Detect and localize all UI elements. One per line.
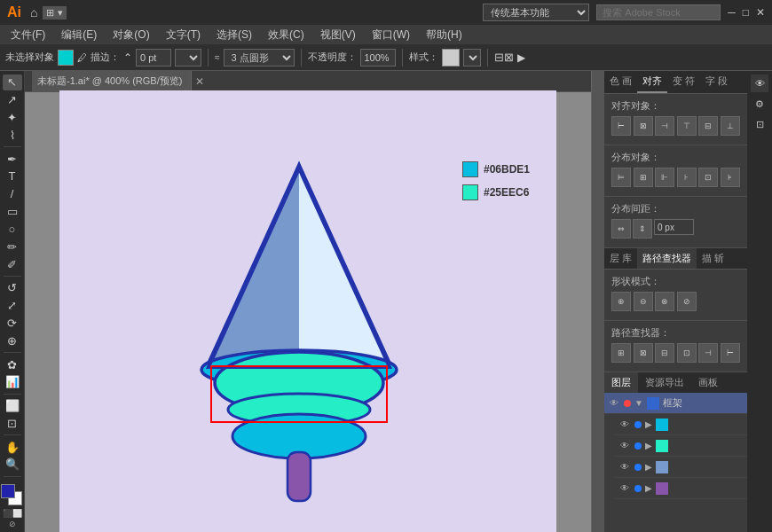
menu-file[interactable]: 文件(F): [4, 26, 52, 44]
line-tool[interactable]: /: [3, 186, 22, 202]
layer-vis-2[interactable]: 👁: [618, 419, 631, 431]
tab-stroke[interactable]: 描 斩: [697, 248, 729, 269]
arrow-right-icon[interactable]: ▶: [517, 51, 525, 64]
panel-icon-2[interactable]: ⚙: [751, 95, 768, 113]
close-btn[interactable]: ✕: [756, 6, 765, 19]
scale-tool[interactable]: ⤢: [3, 298, 22, 314]
tab-pathfinder[interactable]: 路径查找器: [637, 248, 697, 269]
dist-center-h[interactable]: ⊞: [634, 168, 653, 187]
layer-row-5[interactable]: 👁 ▶: [615, 478, 747, 499]
ellipse-tool[interactable]: ○: [3, 222, 22, 238]
free-transform[interactable]: ⊕: [3, 332, 22, 348]
merge[interactable]: ⊟: [655, 343, 674, 363]
minus-back[interactable]: ⊢: [721, 343, 740, 363]
menu-text[interactable]: 文字(T): [159, 26, 208, 44]
tab-artboards[interactable]: 画板: [691, 372, 725, 393]
menu-window[interactable]: 窗口(W): [365, 26, 417, 44]
workspace-select[interactable]: 传统基本功能: [483, 4, 589, 21]
align-center-h[interactable]: ⊠: [634, 116, 653, 136]
layer-vis-4[interactable]: 👁: [618, 461, 631, 473]
rect-tool[interactable]: ▭: [3, 204, 22, 220]
align-center-v[interactable]: ⊟: [698, 116, 718, 136]
crop[interactable]: ⊡: [677, 343, 697, 363]
tab-color[interactable]: 色 画: [604, 71, 637, 93]
align-bottom[interactable]: ⊥: [721, 116, 740, 136]
dist-left[interactable]: ⊨: [611, 168, 631, 187]
panel-icon-1[interactable]: 👁: [751, 74, 768, 92]
tab-layers[interactable]: 图层: [604, 372, 638, 393]
zoom-tool[interactable]: 🔍: [3, 457, 22, 473]
style-preview[interactable]: [442, 49, 460, 66]
dist-space-v[interactable]: ⇕: [633, 219, 652, 239]
style-select[interactable]: [463, 49, 481, 66]
menu-select[interactable]: 选择(S): [209, 26, 259, 44]
layer-vis-5[interactable]: 👁: [618, 482, 631, 495]
tab-align[interactable]: 对齐: [637, 71, 667, 93]
layer-row-4[interactable]: 👁 ▶: [615, 457, 747, 478]
rotate-tool[interactable]: ↺: [3, 280, 22, 296]
layer-row-1[interactable]: 👁 ▼ 框架: [604, 393, 747, 414]
warp-tool[interactable]: ⟳: [3, 316, 22, 332]
align-right[interactable]: ⊣: [655, 116, 674, 136]
scroll-strip[interactable]: [591, 71, 603, 532]
divide[interactable]: ⊞: [611, 343, 631, 363]
align-top[interactable]: ⊤: [677, 116, 697, 136]
dist-center-v[interactable]: ⊡: [698, 168, 718, 187]
slice-tool[interactable]: ⊡: [3, 415, 22, 431]
unite[interactable]: ⊕: [611, 292, 631, 311]
brush-tool[interactable]: ✏: [3, 239, 22, 254]
fg-color-swatch[interactable]: [1, 484, 15, 498]
pen-tool[interactable]: ✒: [3, 151, 22, 167]
view-toggle[interactable]: ⊞ ▾: [43, 6, 66, 20]
dist-space-h[interactable]: ⇔: [611, 219, 631, 239]
layer-vis-1[interactable]: 👁: [608, 397, 620, 410]
intersect[interactable]: ⊗: [655, 292, 674, 311]
opacity-value[interactable]: [360, 49, 396, 66]
menu-view[interactable]: 视图(V): [313, 26, 363, 44]
direct-select-tool[interactable]: ↗: [3, 92, 22, 108]
stroke-value[interactable]: [136, 49, 171, 66]
tab-char[interactable]: 字 段: [700, 71, 733, 93]
layer-expand-3[interactable]: ▶: [645, 441, 652, 450]
layer-expand-4[interactable]: ▶: [645, 462, 652, 472]
menu-edit[interactable]: 编辑(E): [54, 26, 104, 44]
menu-object[interactable]: 对象(O): [106, 26, 156, 44]
panel-icon-3[interactable]: ⊡: [751, 115, 768, 133]
dist-top[interactable]: ⊦: [677, 168, 697, 187]
artboard-tool[interactable]: ⬜: [3, 398, 22, 414]
dist-right[interactable]: ⊩: [655, 168, 674, 187]
trim[interactable]: ⊠: [634, 343, 653, 363]
menu-effect[interactable]: 效果(C): [261, 26, 311, 44]
hand-tool[interactable]: ✋: [3, 439, 22, 455]
tab-layers-sub[interactable]: 层 库: [604, 248, 637, 269]
minus-front[interactable]: ⊖: [634, 292, 653, 311]
layer-vis-3[interactable]: 👁: [618, 440, 631, 452]
outline[interactable]: ⊣: [698, 343, 718, 363]
tab-assets[interactable]: 资源导出: [638, 372, 691, 393]
menu-help[interactable]: 帮助(H): [419, 26, 469, 44]
lasso-tool[interactable]: ⌇: [3, 128, 22, 144]
tab-transform[interactable]: 变 符: [667, 71, 700, 93]
point-shape-select[interactable]: 3 点圆形: [224, 49, 295, 66]
canvas-tab-close[interactable]: ✕: [195, 75, 204, 88]
select-tool[interactable]: ↖: [3, 74, 22, 90]
stroke-select[interactable]: [175, 49, 201, 66]
layer-row-3[interactable]: 👁 ▶: [615, 435, 747, 457]
magic-wand-tool[interactable]: ✦: [3, 110, 22, 126]
exclude[interactable]: ⊘: [677, 292, 697, 311]
layer-row-2[interactable]: 👁 ▶: [615, 414, 747, 435]
pencil-tool[interactable]: ✐: [3, 256, 22, 272]
graph-tool[interactable]: 📊: [3, 374, 22, 390]
text-tool[interactable]: T: [3, 168, 22, 184]
home-icon[interactable]: ⌂: [30, 5, 37, 20]
layer-expand-1[interactable]: ▼: [634, 398, 643, 408]
align-left[interactable]: ⊢: [611, 116, 631, 136]
symbol-tool[interactable]: ✿: [3, 356, 22, 372]
stroke-color-box[interactable]: [58, 50, 74, 66]
layer-expand-5[interactable]: ▶: [645, 483, 652, 493]
minimize-btn[interactable]: ─: [728, 6, 736, 19]
dist-bottom[interactable]: ⊧: [721, 168, 740, 187]
stock-search[interactable]: [596, 4, 721, 20]
layer-expand-2[interactable]: ▶: [645, 419, 652, 429]
canvas-content[interactable]: #06BDE1 #25EEC6: [25, 92, 591, 532]
